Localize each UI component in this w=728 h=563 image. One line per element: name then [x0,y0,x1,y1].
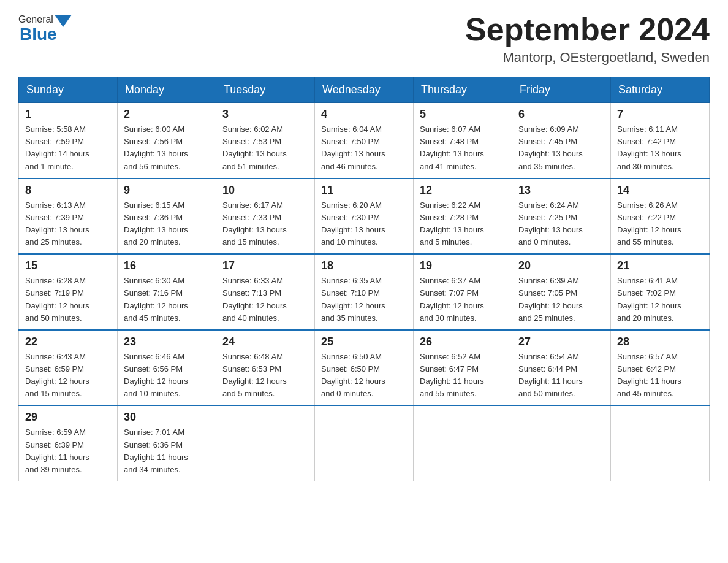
calendar-cell: 30Sunrise: 7:01 AMSunset: 6:36 PMDayligh… [118,405,216,481]
calendar-cell: 17Sunrise: 6:33 AMSunset: 7:13 PMDayligh… [216,254,315,330]
day-info: Sunrise: 6:00 AMSunset: 7:56 PMDaylight:… [124,123,210,173]
logo: General Blue [18,12,73,44]
day-number: 25 [321,335,407,348]
day-number: 30 [124,411,210,424]
day-number: 8 [25,184,111,197]
calendar-cell: 15Sunrise: 6:28 AMSunset: 7:19 PMDayligh… [19,254,118,330]
day-number: 5 [420,108,506,121]
day-info: Sunrise: 6:43 AMSunset: 6:59 PMDaylight:… [25,351,111,400]
calendar-cell [611,405,710,481]
day-number: 9 [124,184,210,197]
month-title: September 2024 [465,12,710,47]
calendar-cell: 1Sunrise: 5:58 AMSunset: 7:59 PMDaylight… [19,103,118,178]
calendar-cell: 18Sunrise: 6:35 AMSunset: 7:10 PMDayligh… [315,254,414,330]
calendar-cell: 19Sunrise: 6:37 AMSunset: 7:07 PMDayligh… [414,254,512,330]
day-info: Sunrise: 6:39 AMSunset: 7:05 PMDaylight:… [518,275,604,324]
day-number: 12 [420,184,506,197]
day-info: Sunrise: 6:57 AMSunset: 6:42 PMDaylight:… [617,351,703,400]
calendar-cell: 27Sunrise: 6:54 AMSunset: 6:44 PMDayligh… [512,330,611,406]
day-info: Sunrise: 6:59 AMSunset: 6:39 PMDaylight:… [25,426,111,476]
calendar-cell: 26Sunrise: 6:52 AMSunset: 6:47 PMDayligh… [414,330,512,406]
day-info: Sunrise: 6:52 AMSunset: 6:47 PMDaylight:… [420,351,506,400]
day-number: 20 [518,259,604,272]
day-info: Sunrise: 6:50 AMSunset: 6:50 PMDaylight:… [321,351,407,400]
day-info: Sunrise: 6:30 AMSunset: 7:16 PMDaylight:… [124,275,210,324]
calendar-cell: 25Sunrise: 6:50 AMSunset: 6:50 PMDayligh… [315,330,414,406]
logo-arrow-icon [55,15,72,27]
day-number: 14 [617,184,703,197]
day-info: Sunrise: 6:28 AMSunset: 7:19 PMDaylight:… [25,275,111,324]
calendar-cell: 20Sunrise: 6:39 AMSunset: 7:05 PMDayligh… [512,254,611,330]
calendar-week-row: 15Sunrise: 6:28 AMSunset: 7:19 PMDayligh… [19,254,710,330]
day-number: 13 [518,184,604,197]
calendar-cell: 7Sunrise: 6:11 AMSunset: 7:42 PMDaylight… [611,103,710,178]
day-number: 24 [222,335,308,348]
calendar-cell [512,405,611,481]
day-info: Sunrise: 6:07 AMSunset: 7:48 PMDaylight:… [420,123,506,173]
calendar-header-row: SundayMondayTuesdayWednesdayThursdayFrid… [19,77,710,103]
calendar-cell: 21Sunrise: 6:41 AMSunset: 7:02 PMDayligh… [611,254,710,330]
day-info: Sunrise: 6:46 AMSunset: 6:56 PMDaylight:… [124,351,210,400]
day-info: Sunrise: 6:04 AMSunset: 7:50 PMDaylight:… [321,123,407,173]
day-number: 21 [617,259,703,272]
day-info: Sunrise: 6:37 AMSunset: 7:07 PMDaylight:… [420,275,506,324]
day-number: 16 [124,259,210,272]
calendar-cell: 11Sunrise: 6:20 AMSunset: 7:30 PMDayligh… [315,178,414,255]
day-info: Sunrise: 6:48 AMSunset: 6:53 PMDaylight:… [222,351,308,400]
day-info: Sunrise: 6:22 AMSunset: 7:28 PMDaylight:… [420,199,506,249]
day-number: 22 [25,335,111,348]
day-info: Sunrise: 6:11 AMSunset: 7:42 PMDaylight:… [617,123,703,173]
day-number: 29 [25,411,111,424]
day-info: Sunrise: 6:02 AMSunset: 7:53 PMDaylight:… [222,123,308,173]
calendar-cell: 12Sunrise: 6:22 AMSunset: 7:28 PMDayligh… [414,178,512,255]
day-number: 18 [321,259,407,272]
day-number: 17 [222,259,308,272]
calendar-week-row: 1Sunrise: 5:58 AMSunset: 7:59 PMDaylight… [19,103,710,178]
calendar-table: SundayMondayTuesdayWednesdayThursdayFrid… [18,77,710,481]
day-number: 6 [518,108,604,121]
calendar-header-wednesday: Wednesday [315,77,414,103]
day-number: 1 [25,108,111,121]
calendar-cell [216,405,315,481]
day-number: 23 [124,335,210,348]
calendar-cell: 14Sunrise: 6:26 AMSunset: 7:22 PMDayligh… [611,178,710,255]
calendar-cell: 10Sunrise: 6:17 AMSunset: 7:33 PMDayligh… [216,178,315,255]
day-info: Sunrise: 5:58 AMSunset: 7:59 PMDaylight:… [25,123,111,173]
day-number: 7 [617,108,703,121]
day-info: Sunrise: 6:09 AMSunset: 7:45 PMDaylight:… [518,123,604,173]
day-number: 11 [321,184,407,197]
day-number: 15 [25,259,111,272]
calendar-header-monday: Monday [118,77,216,103]
day-info: Sunrise: 7:01 AMSunset: 6:36 PMDaylight:… [124,426,210,476]
calendar-cell: 9Sunrise: 6:15 AMSunset: 7:36 PMDaylight… [118,178,216,255]
logo-general-text: General [18,14,53,25]
page-header: General Blue September 2024 Mantorp, OEs… [18,12,710,66]
calendar-header-thursday: Thursday [414,77,512,103]
calendar-cell: 13Sunrise: 6:24 AMSunset: 7:25 PMDayligh… [512,178,611,255]
day-info: Sunrise: 6:24 AMSunset: 7:25 PMDaylight:… [518,199,604,249]
day-number: 28 [617,335,703,348]
day-info: Sunrise: 6:20 AMSunset: 7:30 PMDaylight:… [321,199,407,249]
day-number: 10 [222,184,308,197]
calendar-cell [315,405,414,481]
day-info: Sunrise: 6:54 AMSunset: 6:44 PMDaylight:… [518,351,604,400]
calendar-header-friday: Friday [512,77,611,103]
calendar-week-row: 8Sunrise: 6:13 AMSunset: 7:39 PMDaylight… [19,178,710,255]
calendar-cell: 29Sunrise: 6:59 AMSunset: 6:39 PMDayligh… [19,405,118,481]
calendar-cell: 8Sunrise: 6:13 AMSunset: 7:39 PMDaylight… [19,178,118,255]
day-info: Sunrise: 6:15 AMSunset: 7:36 PMDaylight:… [124,199,210,249]
location-title: Mantorp, OEstergoetland, Sweden [465,50,710,66]
calendar-cell: 22Sunrise: 6:43 AMSunset: 6:59 PMDayligh… [19,330,118,406]
calendar-cell: 2Sunrise: 6:00 AMSunset: 7:56 PMDaylight… [118,103,216,178]
calendar-cell: 16Sunrise: 6:30 AMSunset: 7:16 PMDayligh… [118,254,216,330]
calendar-cell: 23Sunrise: 6:46 AMSunset: 6:56 PMDayligh… [118,330,216,406]
day-number: 19 [420,259,506,272]
day-number: 4 [321,108,407,121]
day-number: 27 [518,335,604,348]
calendar-cell: 6Sunrise: 6:09 AMSunset: 7:45 PMDaylight… [512,103,611,178]
day-number: 2 [124,108,210,121]
day-info: Sunrise: 6:33 AMSunset: 7:13 PMDaylight:… [222,275,308,324]
calendar-week-row: 29Sunrise: 6:59 AMSunset: 6:39 PMDayligh… [19,405,710,481]
calendar-header-sunday: Sunday [19,77,118,103]
calendar-cell: 24Sunrise: 6:48 AMSunset: 6:53 PMDayligh… [216,330,315,406]
